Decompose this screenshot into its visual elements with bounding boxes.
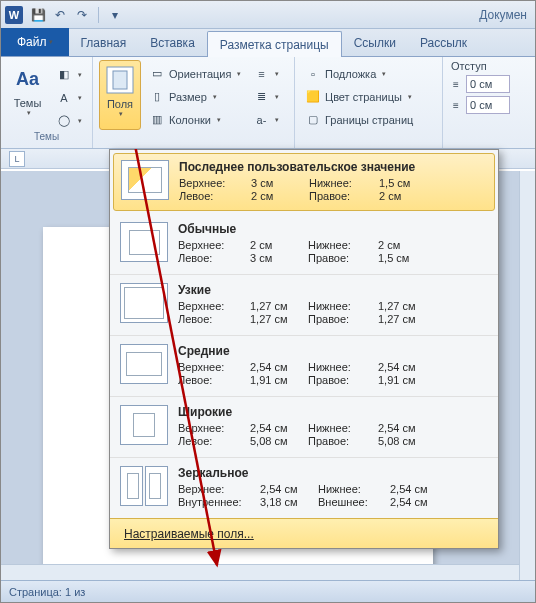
margins-thumb-icon	[120, 466, 168, 506]
margins-thumb-icon	[120, 222, 168, 262]
undo-icon[interactable]: ↶	[51, 6, 69, 24]
page-color-button[interactable]: 🟨Цвет страницы▾	[301, 86, 417, 107]
fonts-icon: A	[56, 90, 72, 106]
group-label-background	[301, 131, 436, 145]
redo-icon[interactable]: ↷	[73, 6, 91, 24]
margins-preset-last[interactable]: Последнее пользовательское значение Верх…	[113, 153, 495, 211]
ribbon: Aa Темы ▾ ◧▾ A▾ ◯▾ Темы Поля ▾ ▭Ориентац	[1, 57, 535, 149]
page-color-icon: 🟨	[305, 89, 321, 105]
margins-preset-moderate[interactable]: Средние Верхнее:2,54 см Нижнее:2,54 см Л…	[110, 336, 498, 397]
svg-rect-1	[113, 71, 127, 89]
group-page-setup: Поля ▾ ▭Ориентация▾ ▯Размер▾ ▥Колонки▾ ≡…	[93, 57, 295, 148]
quick-access-toolbar: 💾 ↶ ↷ ▾	[29, 6, 124, 24]
group-label-page-setup	[99, 131, 288, 145]
tab-home[interactable]: Главная	[69, 30, 139, 56]
margins-thumb-icon	[120, 344, 168, 384]
watermark-icon: ▫	[305, 66, 321, 82]
horizontal-scrollbar[interactable]	[1, 564, 519, 580]
separator	[98, 7, 99, 23]
margins-preset-mirrored[interactable]: Зеркальное Верхнее:2,54 см Нижнее:2,54 с…	[110, 458, 498, 518]
margins-thumb-icon	[121, 160, 169, 200]
theme-effects-button[interactable]: ◯▾	[52, 110, 86, 131]
status-bar: Страница: 1 из	[1, 580, 535, 602]
title-bar: W 💾 ↶ ↷ ▾ Докумен	[1, 1, 535, 29]
margins-icon	[104, 64, 136, 96]
margins-dropdown: Последнее пользовательское значение Верх…	[109, 149, 499, 549]
margins-thumb-icon	[120, 283, 168, 323]
hyphenation-icon: a-	[253, 112, 269, 128]
chevron-down-icon: ▾	[119, 110, 123, 118]
tab-page-layout[interactable]: Разметка страницы	[207, 31, 342, 57]
tab-file[interactable]: Файл ▾	[1, 28, 69, 56]
group-indent: Отступ ≡0 см ≡0 см	[443, 57, 535, 148]
indent-right-input[interactable]: ≡0 см	[449, 96, 510, 114]
tab-references[interactable]: Ссылки	[342, 30, 408, 56]
orientation-button[interactable]: ▭Ориентация▾	[145, 63, 245, 84]
tab-selector-button[interactable]: L	[9, 151, 25, 167]
ribbon-tabs: Файл ▾ Главная Вставка Разметка страницы…	[1, 29, 535, 57]
theme-colors-button[interactable]: ◧▾	[52, 64, 86, 85]
vertical-scrollbar[interactable]	[519, 171, 535, 580]
indent-left-icon: ≡	[449, 77, 463, 91]
colors-icon: ◧	[56, 67, 72, 83]
window-title: Докумен	[479, 8, 527, 22]
page-borders-icon: ▢	[305, 112, 321, 128]
margins-button[interactable]: Поля ▾	[99, 60, 141, 130]
tab-insert[interactable]: Вставка	[138, 30, 207, 56]
watermark-button[interactable]: ▫Подложка▾	[301, 63, 417, 84]
group-themes: Aa Темы ▾ ◧▾ A▾ ◯▾ Темы	[1, 57, 93, 148]
tab-mailings[interactable]: Рассылк	[408, 30, 479, 56]
hyphenation-button[interactable]: a-▾	[249, 109, 283, 130]
chevron-down-icon: ▾	[49, 38, 53, 46]
columns-icon: ▥	[149, 112, 165, 128]
save-icon[interactable]: 💾	[29, 6, 47, 24]
word-app-icon: W	[5, 6, 23, 24]
size-button[interactable]: ▯Размер▾	[145, 86, 245, 107]
columns-button[interactable]: ▥Колонки▾	[145, 109, 245, 130]
margins-preset-narrow[interactable]: Узкие Верхнее:1,27 см Нижнее:1,27 см Лев…	[110, 275, 498, 336]
line-numbers-icon: ≣	[253, 89, 269, 105]
line-numbers-button[interactable]: ≣▾	[249, 86, 283, 107]
size-icon: ▯	[149, 89, 165, 105]
indent-left-input[interactable]: ≡0 см	[449, 75, 510, 93]
page-count-status: Страница: 1 из	[9, 586, 85, 598]
breaks-button[interactable]: ≡▾	[249, 63, 283, 84]
orientation-icon: ▭	[149, 66, 165, 82]
group-label-themes: Темы	[7, 131, 86, 145]
theme-fonts-button[interactable]: A▾	[52, 87, 86, 108]
qat-customize-icon[interactable]: ▾	[106, 6, 124, 24]
margins-preset-wide[interactable]: Широкие Верхнее:2,54 см Нижнее:2,54 см Л…	[110, 397, 498, 458]
group-page-background: ▫Подложка▾ 🟨Цвет страницы▾ ▢Границы стра…	[295, 57, 443, 148]
margins-custom-button[interactable]: Настраиваемые поля...	[110, 518, 498, 548]
margins-thumb-icon	[120, 405, 168, 445]
themes-icon: Aa	[12, 63, 44, 95]
effects-icon: ◯	[56, 113, 72, 129]
chevron-down-icon: ▾	[27, 109, 31, 117]
indent-right-icon: ≡	[449, 98, 463, 112]
margins-preset-normal[interactable]: Обычные Верхнее:2 см Нижнее:2 см Левое:3…	[110, 214, 498, 275]
breaks-icon: ≡	[253, 66, 269, 82]
indent-header: Отступ	[449, 60, 487, 72]
themes-button[interactable]: Aa Темы ▾	[7, 60, 48, 130]
page-borders-button[interactable]: ▢Границы страниц	[301, 109, 417, 130]
